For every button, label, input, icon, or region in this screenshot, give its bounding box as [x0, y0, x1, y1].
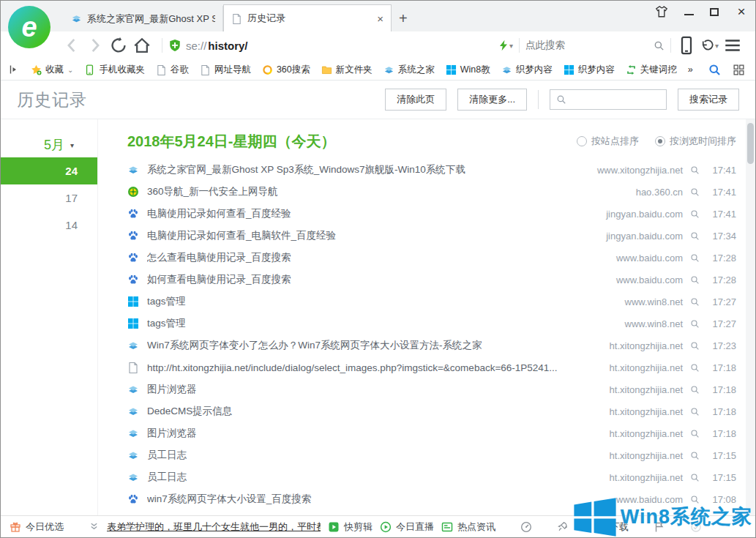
speedometer-icon[interactable] — [520, 521, 532, 533]
search-domain-icon[interactable] — [690, 319, 700, 329]
search-domain-icon[interactable] — [690, 275, 700, 285]
sidebar-panel-toggle-icon[interactable] — [8, 64, 20, 75]
double-chevron-down-icon[interactable] — [89, 521, 100, 532]
search-domain-icon[interactable] — [690, 473, 700, 482]
history-row[interactable]: Win7系统网页字体变小了怎么办？Win7系统网页字体大小设置方法-系统之家ht… — [127, 335, 736, 356]
bookmark-item[interactable]: 关键词挖 — [626, 64, 677, 76]
xtzj-icon — [383, 64, 394, 75]
maximize-button[interactable] — [710, 8, 719, 16]
forward-icon[interactable] — [86, 36, 105, 55]
search-icon[interactable] — [654, 40, 665, 51]
menu-hamburger-icon[interactable] — [723, 36, 742, 55]
search-domain-icon[interactable] — [690, 231, 700, 241]
scrollbar-thumb[interactable] — [747, 123, 754, 164]
minimize-button[interactable] — [684, 9, 694, 15]
clear-more-button[interactable]: 清除更多... — [457, 89, 527, 111]
history-row[interactable]: 员工日志ht.xitongzhijia.net17:15 — [127, 444, 736, 466]
news-marquee-link[interactable]: 表弟学护理的，班里几十个女生就他一男的，平时都拿他当 — [107, 520, 321, 534]
undo-icon[interactable] — [700, 39, 715, 52]
bookmark-item[interactable]: 织梦内容 — [501, 64, 553, 76]
security-shield-icon[interactable] — [168, 39, 181, 52]
bookmark-item[interactable]: » — [688, 64, 693, 75]
refresh-icon[interactable] — [109, 36, 128, 55]
scrollbar[interactable] — [746, 119, 755, 516]
calendar-day[interactable]: 17 — [1, 184, 97, 212]
mobile-phone-icon[interactable] — [677, 36, 696, 55]
bookmark-item[interactable]: 织梦内容 — [564, 64, 615, 76]
bookmark-item[interactable]: 谷歌 — [156, 64, 189, 76]
search-domain-icon[interactable] — [690, 385, 700, 395]
hot-news-label: 热点资讯 — [457, 520, 495, 534]
xtzj-favicon-icon — [127, 340, 139, 351]
history-row[interactable]: 图片浏览器ht.xitongzhijia.net17:18 — [127, 378, 736, 400]
calendar-day[interactable]: 24 — [1, 157, 97, 184]
lightning-icon[interactable] — [498, 40, 509, 51]
rocket-icon[interactable] — [557, 521, 569, 533]
history-domain: hao.360.cn — [636, 187, 683, 198]
sort-option[interactable]: 按站点排序 — [577, 135, 639, 148]
calendar-day[interactable]: 14 — [1, 212, 97, 239]
search-domain-icon[interactable] — [690, 429, 700, 438]
history-row[interactable]: 怎么查看电脑使用记录_百度搜索www.baidu.com17:28 — [127, 247, 736, 269]
chevron-down-icon[interactable]: ▾ — [509, 42, 513, 50]
clear-page-button[interactable]: 清除此页 — [385, 89, 446, 111]
search-domain-icon[interactable] — [690, 363, 700, 373]
tab-bar: e 系统之家官网_最新Ghost XP Sp 历史记录 × + × — [1, 1, 755, 31]
blue-search-icon[interactable] — [708, 64, 721, 76]
sort-option[interactable]: 按浏览时间排序 — [655, 135, 736, 148]
history-row[interactable]: tags管理www.win8.net17:27 — [127, 313, 736, 335]
quick-edit-button[interactable]: 快剪辑 — [328, 520, 373, 534]
history-domain: jingyan.baidu.com — [606, 231, 683, 242]
history-row[interactable]: 图片浏览器ht.xitongzhijia.net17:18 — [127, 422, 736, 444]
history-row[interactable]: 360导航_新一代安全上网导航hao.360.cn17:41 — [127, 181, 736, 203]
bookmark-item[interactable]: 系统之家 — [383, 64, 435, 76]
search-domain-icon[interactable] — [690, 297, 700, 307]
tab-close-icon[interactable]: × — [377, 12, 383, 25]
back-icon[interactable] — [62, 36, 81, 55]
bookmark-item[interactable]: Win8教 — [446, 64, 490, 76]
close-button[interactable]: × — [735, 5, 748, 18]
bookmark-item[interactable]: 收藏⌄ — [31, 64, 73, 76]
skin-shirt-icon[interactable] — [655, 5, 668, 18]
history-search-input[interactable] — [550, 89, 667, 110]
browser-logo-icon[interactable]: e — [8, 6, 50, 48]
history-row[interactable]: tags管理www.win8.net17:27 — [127, 291, 736, 313]
watermark: Win8系统之家 — [572, 497, 752, 537]
radio-icon[interactable] — [577, 136, 587, 146]
new-tab-button[interactable]: + — [392, 10, 418, 31]
bookmark-item[interactable]: 360搜索 — [262, 64, 310, 76]
history-row[interactable]: 员工日志ht.xitongzhijia.net17:15 — [127, 466, 736, 488]
url-path: history/ — [208, 40, 247, 52]
search-domain-icon[interactable] — [690, 451, 700, 460]
apps-grid-icon[interactable] — [733, 64, 745, 76]
chevron-down-icon[interactable]: ▾ — [715, 42, 719, 50]
quick-search-box[interactable]: 点此搜索 — [525, 39, 665, 52]
url-field[interactable]: se:// history/ — [168, 39, 498, 52]
tab-xitongzhijia[interactable]: 系统之家官网_最新Ghost XP Sp — [64, 6, 223, 31]
history-row[interactable]: 如何查看电脑使用记录_百度搜索www.baidu.com17:28 — [127, 269, 736, 291]
history-row[interactable]: 电脑使用记录如何查看_电脑软件_百度经验jingyan.baidu.com17:… — [127, 225, 736, 247]
bookmark-item[interactable]: 手机收藏夹 — [84, 64, 145, 76]
history-row[interactable]: 电脑使用记录如何查看_百度经验jingyan.baidu.com17:41 — [127, 203, 736, 225]
search-domain-icon[interactable] — [690, 253, 700, 263]
history-row[interactable]: 系统之家官网_最新Ghost XP Sp3系统_Windows7旗舰版-Win1… — [127, 159, 736, 181]
search-domain-icon[interactable] — [690, 341, 700, 351]
month-selector[interactable]: 5月 ▾ — [1, 132, 97, 157]
search-history-button[interactable]: 搜索记录 — [678, 89, 739, 111]
search-domain-icon[interactable] — [690, 407, 700, 416]
today-pick-button[interactable]: 今日优选 — [10, 520, 64, 534]
bookmark-item[interactable]: 网址导航 — [200, 64, 251, 76]
search-domain-icon[interactable] — [690, 209, 700, 219]
hot-news-button[interactable]: 热点资讯 — [441, 520, 495, 534]
home-icon[interactable] — [132, 36, 151, 55]
history-domain: ht.xitongzhijia.net — [610, 472, 683, 483]
search-domain-icon[interactable] — [690, 187, 700, 197]
history-row[interactable]: DedeCMS提示信息ht.xitongzhijia.net17:18 — [127, 400, 736, 422]
history-row[interactable]: http://ht.xitongzhijia.net/include/dialo… — [127, 356, 736, 378]
today-live-button[interactable]: 今日直播 — [380, 520, 434, 534]
bookmark-item[interactable]: 新文件夹 — [321, 64, 373, 76]
tab-history[interactable]: 历史记录 × — [223, 4, 392, 31]
search-domain-icon[interactable] — [690, 165, 700, 175]
radio-icon[interactable] — [655, 136, 665, 146]
bookmark-label: 织梦内容 — [578, 64, 615, 76]
